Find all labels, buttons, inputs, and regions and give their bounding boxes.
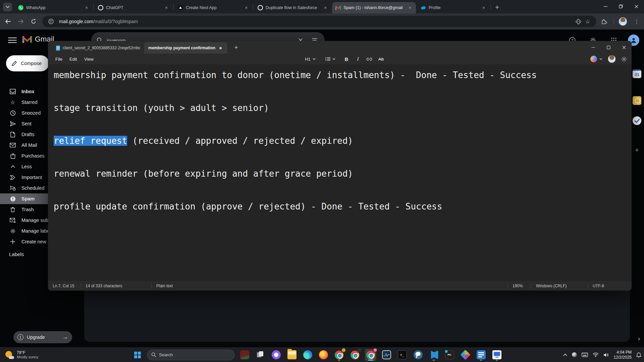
pycharm-icon[interactable]: PC — [444, 349, 455, 361]
notepad-maximize-button[interactable] — [601, 41, 616, 54]
tab-close-icon[interactable]: × — [481, 5, 486, 10]
tab-create-next-app[interactable]: Create Next App × — [174, 2, 252, 13]
wifi-icon[interactable] — [593, 353, 599, 357]
browser-menu-kebab-icon[interactable]: ⋮ — [632, 17, 641, 26]
tab-close-icon[interactable]: × — [164, 5, 169, 10]
edge-icon[interactable] — [302, 349, 313, 361]
tab-search-button[interactable] — [3, 3, 12, 11]
tray-app-icon[interactable] — [572, 352, 577, 357]
notepad-editor[interactable]: membership payment confirmation to donor… — [48, 64, 632, 281]
tab-close-icon[interactable]: × — [323, 5, 328, 10]
zoom-level[interactable]: 190% — [508, 281, 531, 291]
clear-formatting-button[interactable]: Ab — [376, 54, 386, 64]
address-bar[interactable]: mail.google.com/mail/u/0/?ogbl#spam ☆ — [42, 16, 596, 27]
menu-file[interactable]: File — [51, 54, 66, 64]
start-button[interactable] — [131, 349, 144, 361]
monitor-app-icon[interactable] — [491, 349, 502, 361]
notepad-tab-membership-active[interactable]: membership payment confirmation — [144, 42, 227, 54]
weather-widget[interactable]: 78°F Mostly sunny — [5, 349, 38, 361]
code-extension-icon[interactable] — [574, 17, 583, 26]
chrome-profile-2-icon[interactable] — [349, 349, 361, 361]
terminal-icon[interactable]: >_ — [396, 349, 408, 361]
notepad-settings-gear-icon[interactable] — [621, 56, 627, 62]
notepad-new-tab-button[interactable]: + — [232, 44, 240, 52]
notepad-close-button[interactable] — [616, 41, 632, 54]
hamburger-menu-icon[interactable] — [8, 36, 17, 44]
tab-close-icon[interactable]: × — [407, 5, 413, 10]
tray-clock[interactable]: 4:04 PM 12/2/2025 — [614, 350, 632, 360]
firefox-icon[interactable] — [318, 349, 329, 361]
list-style-dropdown[interactable] — [322, 54, 338, 64]
vscode-icon[interactable] — [428, 349, 439, 361]
pinned-app-icon[interactable] — [239, 349, 250, 361]
nextjs-icon — [178, 5, 183, 10]
notepad-file-icon — [56, 46, 60, 51]
touch-keyboard-icon[interactable] — [582, 353, 588, 357]
tab-salesforce-profile[interactable]: Profile × — [417, 2, 490, 13]
upgrade-button[interactable]: 1 Upgrade → — [13, 331, 72, 343]
encoding[interactable]: UTF-8 — [588, 281, 632, 291]
side-panel-toggle-icon[interactable]: › — [638, 335, 640, 342]
menu-view[interactable]: View — [80, 54, 98, 64]
notepad-account-avatar[interactable] — [608, 55, 616, 63]
gmail-m-icon — [22, 36, 32, 43]
notepad-titlebar[interactable]: client_secret_2_60053885332-2reqe52rribc… — [48, 41, 632, 54]
window-restore-button[interactable] — [613, 0, 629, 13]
notepad-tab-client-secret[interactable]: client_secret_2_60053885332-2reqe52rribc — [52, 42, 144, 54]
menu-edit[interactable]: Edit — [65, 54, 81, 64]
task-view-icon[interactable] — [255, 349, 266, 361]
labels-heading: Labels — [9, 251, 24, 257]
task-manager-icon[interactable] — [381, 349, 392, 361]
google-one-icon: 1 — [17, 334, 23, 340]
list-icon — [325, 57, 330, 61]
notepad-minimize-button[interactable] — [585, 41, 601, 54]
tab-duplicate-flow-salesforce[interactable]: Duplicate flow in Salesforce × — [254, 2, 331, 13]
notification-bell-icon[interactable] — [636, 352, 641, 358]
clock-icon — [10, 110, 16, 116]
volume-icon[interactable] — [603, 353, 609, 357]
editor-line — [54, 116, 632, 133]
label-gear-icon — [10, 228, 16, 234]
editor-line: membership payment confirmation to donor… — [54, 67, 632, 83]
calendar-icon[interactable]: 31 — [632, 69, 642, 79]
chat-app-icon[interactable] — [270, 349, 282, 361]
heading-style-dropdown[interactable]: H1 — [302, 54, 318, 64]
line-endings[interactable]: Windows (CRLF) — [531, 281, 588, 291]
link-button[interactable] — [365, 54, 374, 64]
italic-button[interactable]: I — [353, 54, 363, 64]
taskbar-search[interactable]: Search — [147, 350, 235, 360]
chevron-down-icon — [332, 58, 335, 60]
tray-hidden-icons-chevron[interactable] — [563, 354, 567, 356]
bold-button[interactable]: B — [342, 54, 351, 64]
tasks-icon[interactable] — [632, 116, 642, 126]
extensions-puzzle-icon[interactable] — [599, 17, 609, 26]
back-button[interactable] — [3, 16, 13, 27]
diamond-app-icon[interactable] — [460, 349, 471, 361]
browser-profile-avatar[interactable] — [619, 17, 627, 26]
tray-date: 12/2/2025 — [614, 355, 632, 360]
window-close-button[interactable] — [629, 0, 644, 13]
site-settings-tune-icon[interactable] — [46, 17, 56, 26]
bookmark-star-icon[interactable]: ☆ — [583, 17, 592, 26]
notepad-app-icon[interactable] — [475, 349, 487, 361]
chrome-profile-1-icon[interactable] — [333, 349, 345, 361]
window-minimize-button[interactable] — [598, 0, 613, 13]
compose-button[interactable]: Compose — [6, 55, 49, 71]
new-tab-button[interactable]: + — [492, 3, 502, 12]
tab-whatsapp[interactable]: WhatsApp × — [15, 2, 93, 13]
get-addons-plus-icon[interactable]: + — [632, 145, 642, 155]
tab-chatgpt[interactable]: ChatGPT × — [95, 2, 172, 13]
postgresql-icon[interactable] — [412, 349, 424, 361]
tab-close-icon[interactable]: × — [244, 5, 249, 10]
tab-gmail-spam-active[interactable]: Spam (1) - ishann.tforce@gmail × — [332, 2, 416, 13]
salesforce-icon — [421, 5, 426, 10]
forward-button[interactable] — [15, 16, 26, 27]
send-icon — [10, 121, 16, 126]
reload-button[interactable] — [28, 16, 39, 27]
keep-icon[interactable] — [632, 96, 642, 106]
tab-close-icon[interactable]: × — [84, 5, 89, 10]
copilot-button[interactable] — [590, 56, 602, 62]
chrome-profile-s-icon[interactable]: S — [365, 349, 376, 361]
notepad-toolbar-right — [590, 54, 627, 64]
file-explorer-icon[interactable] — [286, 349, 298, 361]
